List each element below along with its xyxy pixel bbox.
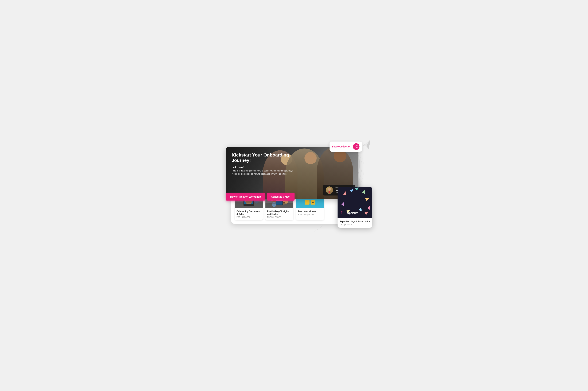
card-meta-intro: YOUTUBE | 09 Min <box>298 214 322 215</box>
hero-title: Kickstart Your Onboarding Journey! <box>232 152 298 163</box>
card-meta-30days: PDF | 32 Pages <box>267 216 292 218</box>
action-buttons: Revisit Ideation Workshop Schedule a Mee… <box>226 193 295 200</box>
paper-plane-decoration <box>360 139 374 153</box>
svg-point-5 <box>328 188 331 191</box>
lingo-info: Paperflite Lingo & Brand Voice Link | 0.… <box>338 218 372 228</box>
svg-rect-48 <box>283 202 285 204</box>
svg-point-0 <box>356 145 357 146</box>
svg-point-2 <box>356 147 357 148</box>
share-collection-widget[interactable]: Share Collection <box>330 142 362 152</box>
avatar <box>326 187 333 194</box>
svg-point-1 <box>355 146 356 147</box>
lingo-title: Paperflite Lingo & Brand Voice <box>340 220 370 223</box>
logo-text: Paperflite <box>346 211 358 215</box>
card-title-intro: Team Intro Videos <box>298 210 322 213</box>
card-title-30days: First 30 Days' Insights and Hacks <box>267 210 292 215</box>
schedule-button[interactable]: Schedule a Meet <box>267 193 295 200</box>
svg-line-3 <box>356 147 356 147</box>
svg-point-44 <box>272 202 276 207</box>
hero-description-2: A step by step guide on how to get hands… <box>232 172 298 176</box>
revisit-button[interactable]: Revisit Ideation Workshop <box>226 193 265 200</box>
svg-rect-47 <box>276 201 282 204</box>
share-icon <box>354 145 358 148</box>
card-info-30days: First 30 Days' Insights and Hacks PDF | … <box>265 208 293 220</box>
main-scene: Share Collection <box>216 142 372 249</box>
hero-description-1: Here is a detailed guide on how to begin… <box>232 169 298 172</box>
share-button[interactable] <box>353 143 359 150</box>
card-title-onboarding: Onboarding Documents & Calls <box>236 210 261 215</box>
paperflite-logo: Paperflite <box>340 211 358 215</box>
hero-text: Kickstart Your Onboarding Journey! Hello… <box>232 152 298 176</box>
svg-rect-49 <box>283 202 285 203</box>
hero-greeting: Hello there! <box>232 166 298 169</box>
svg-line-4 <box>356 146 356 146</box>
share-label: Share Collection <box>332 145 351 148</box>
card-meta-onboarding: PDF | 34 PAges <box>236 216 261 218</box>
card-info-onboarding: Onboarding Documents & Calls PDF | 34 PA… <box>235 208 263 220</box>
lingo-card[interactable]: Paperflite Paperflite Lingo & Brand Voic… <box>338 187 372 228</box>
lingo-meta: Link | 0.00 KB <box>340 224 370 226</box>
lingo-thumb: Paperflite <box>338 187 372 218</box>
card-info-intro: Team Intro Videos YOUTUBE | 09 Min <box>296 208 324 218</box>
